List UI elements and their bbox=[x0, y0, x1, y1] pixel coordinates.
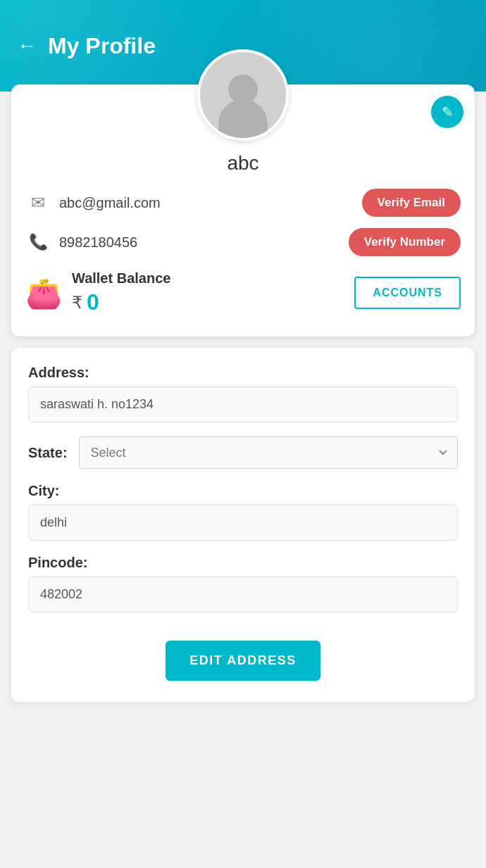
wallet-section: 👛 Wallet Balance ₹ 0 ACCOUNTS bbox=[25, 270, 461, 315]
rupee-symbol: ₹ bbox=[72, 293, 82, 313]
avatar bbox=[197, 49, 289, 141]
address-label: Address: bbox=[28, 365, 458, 381]
pencil-icon: ✎ bbox=[442, 103, 454, 120]
state-select[interactable]: Select bbox=[79, 436, 458, 469]
verify-email-button[interactable]: Verify Email bbox=[362, 189, 461, 217]
email-value: abc@gmail.com bbox=[59, 195, 354, 211]
state-label: State: bbox=[28, 445, 68, 461]
state-row: State: Select bbox=[28, 436, 458, 469]
pincode-label: Pincode: bbox=[28, 555, 458, 571]
city-input[interactable] bbox=[28, 505, 458, 541]
avatar-wrapper bbox=[25, 49, 461, 141]
phone-row: 📞 8982180456 Verify Number bbox=[25, 228, 461, 256]
wallet-balance: ₹ 0 bbox=[72, 289, 344, 315]
avatar-figure bbox=[218, 75, 268, 138]
balance-amount: 0 bbox=[87, 289, 99, 315]
wallet-label: Wallet Balance bbox=[72, 270, 344, 287]
edit-profile-button[interactable]: ✎ bbox=[431, 96, 463, 128]
wallet-info: Wallet Balance ₹ 0 bbox=[72, 270, 344, 315]
profile-card: ✎ abc ✉ abc@gmail.com Verify Email 📞 898… bbox=[11, 84, 475, 336]
address-input[interactable] bbox=[28, 386, 458, 422]
city-label: City: bbox=[28, 483, 458, 499]
phone-value: 8982180456 bbox=[59, 234, 340, 251]
accounts-button[interactable]: ACCOUNTS bbox=[354, 277, 461, 309]
pincode-input[interactable] bbox=[28, 577, 458, 612]
verify-number-button[interactable]: Verify Number bbox=[349, 228, 461, 256]
email-row: ✉ abc@gmail.com Verify Email bbox=[25, 189, 461, 217]
username-label: abc bbox=[25, 152, 461, 175]
address-section: Address: State: Select City: Pincode: ED… bbox=[11, 348, 475, 702]
email-icon: ✉ bbox=[25, 190, 51, 215]
phone-icon: 📞 bbox=[25, 229, 51, 255]
wallet-icon: 👛 bbox=[25, 276, 62, 310]
avatar-body bbox=[218, 99, 268, 138]
edit-address-button[interactable]: EDIT ADDRESS bbox=[166, 641, 320, 681]
